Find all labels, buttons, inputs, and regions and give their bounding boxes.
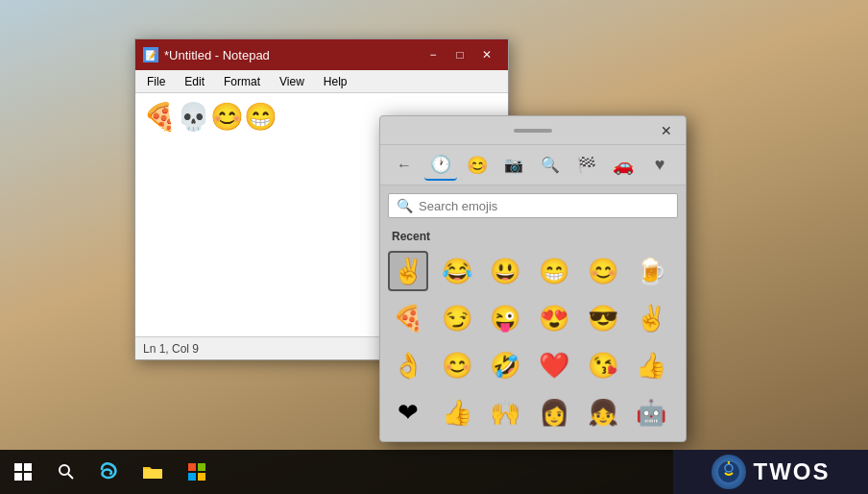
taskbar: TWOS xyxy=(0,450,868,494)
tab-travel[interactable]: 🚗 xyxy=(607,150,639,181)
svg-rect-10 xyxy=(198,473,205,481)
menu-view[interactable]: View xyxy=(272,73,312,90)
menu-help[interactable]: Help xyxy=(316,73,355,90)
emoji-cell-7[interactable]: 😏 xyxy=(437,298,477,338)
emoji-cell-1[interactable]: 😂 xyxy=(437,251,477,291)
emoji-cell-19[interactable]: 👍 xyxy=(437,392,477,432)
emoji-cell-14[interactable]: 🤣 xyxy=(485,345,525,385)
emoji-cell-8[interactable]: 😜 xyxy=(485,298,525,338)
emoji-cell-4[interactable]: 😊 xyxy=(583,251,623,291)
svg-point-4 xyxy=(60,465,69,475)
taskbar-search-button[interactable] xyxy=(46,450,86,494)
close-button[interactable]: ✕ xyxy=(473,45,500,64)
twos-label: TWOS xyxy=(754,458,831,485)
svg-line-5 xyxy=(68,474,73,479)
emoji-cell-15[interactable]: ❤️ xyxy=(534,345,574,385)
menu-file[interactable]: File xyxy=(139,73,173,90)
emoji-cell-21[interactable]: 👩 xyxy=(534,392,574,432)
emoji-cell-12[interactable]: 👌 xyxy=(388,345,428,385)
svg-rect-9 xyxy=(188,473,196,481)
emoji-grid: ✌️ 😂 😃 😁 😊 🍺 🍕 😏 😜 😍 😎 ✌ 👌 😊 🤣 ❤️ 😘 👍 ❤ … xyxy=(380,247,686,441)
svg-rect-8 xyxy=(198,463,205,471)
svg-rect-2 xyxy=(14,473,22,481)
emoji-cell-5[interactable]: 🍺 xyxy=(631,251,671,291)
desktop: 📝 *Untitled - Notepad − □ ✕ File Edit Fo… xyxy=(0,0,868,494)
taskbar-store-icon[interactable] xyxy=(175,450,219,494)
emoji-cell-18[interactable]: ❤ xyxy=(388,392,428,432)
menu-format[interactable]: Format xyxy=(216,73,268,90)
emoji-cell-23[interactable]: 🤖 xyxy=(631,392,671,432)
notepad-title: *Untitled - Notepad xyxy=(164,48,414,62)
emoji-cell-13[interactable]: 😊 xyxy=(437,345,477,385)
picker-tabs: ← 🕐 😊 📷 🔍 🏁 🚗 ♥ xyxy=(380,145,686,185)
picker-close-button[interactable]: ✕ xyxy=(655,121,678,140)
twos-branding: TWOS xyxy=(673,450,868,494)
notepad-window-buttons: − □ ✕ xyxy=(420,45,500,64)
maximize-button[interactable]: □ xyxy=(446,45,473,64)
search-input[interactable] xyxy=(419,199,669,213)
taskbar-edge-icon[interactable] xyxy=(86,450,131,494)
emoji-picker: ✕ ← 🕐 😊 📷 🔍 🏁 🚗 ♥ 🔍 Recent ✌️ 😂 😃 😁 😊 🍺 xyxy=(379,115,687,442)
emoji-cell-11[interactable]: ✌ xyxy=(631,298,671,338)
emoji-cell-0[interactable]: ✌️ xyxy=(388,251,428,291)
emoji-cell-20[interactable]: 🙌 xyxy=(485,392,525,432)
svg-rect-7 xyxy=(188,463,196,471)
tab-smileys[interactable]: 😊 xyxy=(461,150,494,181)
picker-drag-handle xyxy=(514,129,552,133)
emoji-cell-9[interactable]: 😍 xyxy=(534,298,574,338)
tab-back[interactable]: ← xyxy=(388,150,421,181)
notepad-status: Ln 1, Col 9 xyxy=(143,342,199,356)
svg-rect-3 xyxy=(24,473,32,481)
notepad-emojis: 🍕💀😊😁 xyxy=(143,102,277,132)
tab-food[interactable]: 🏁 xyxy=(570,150,603,181)
tab-nature[interactable]: 🔍 xyxy=(534,150,567,181)
emoji-cell-6[interactable]: 🍕 xyxy=(388,298,428,338)
svg-rect-0 xyxy=(14,463,22,471)
emoji-cell-10[interactable]: 😎 xyxy=(583,298,623,338)
search-icon: 🔍 xyxy=(397,198,413,213)
emoji-cell-2[interactable]: 😃 xyxy=(485,251,525,291)
tab-people[interactable]: 📷 xyxy=(497,150,530,181)
notepad-icon: 📝 xyxy=(143,47,158,62)
taskbar-folder-icon[interactable] xyxy=(131,450,175,494)
twos-logo-icon xyxy=(711,455,746,489)
emoji-cell-16[interactable]: 😘 xyxy=(583,345,623,385)
recent-section-label: Recent xyxy=(380,226,686,247)
tab-recent[interactable]: 🕐 xyxy=(424,150,457,181)
svg-rect-1 xyxy=(24,463,32,471)
svg-rect-6 xyxy=(143,469,162,479)
tab-objects[interactable]: ♥ xyxy=(643,150,676,181)
emoji-cell-3[interactable]: 😁 xyxy=(534,251,574,291)
notepad-menu: File Edit Format View Help xyxy=(135,70,508,93)
picker-titlebar: ✕ xyxy=(380,116,686,145)
minimize-button[interactable]: − xyxy=(420,45,446,64)
emoji-cell-22[interactable]: 👧 xyxy=(583,392,623,432)
notepad-titlebar: 📝 *Untitled - Notepad − □ ✕ xyxy=(135,39,508,70)
picker-search-container: 🔍 xyxy=(388,193,678,218)
start-button[interactable] xyxy=(0,450,46,494)
emoji-cell-17[interactable]: 👍 xyxy=(631,345,671,385)
menu-edit[interactable]: Edit xyxy=(177,73,212,90)
